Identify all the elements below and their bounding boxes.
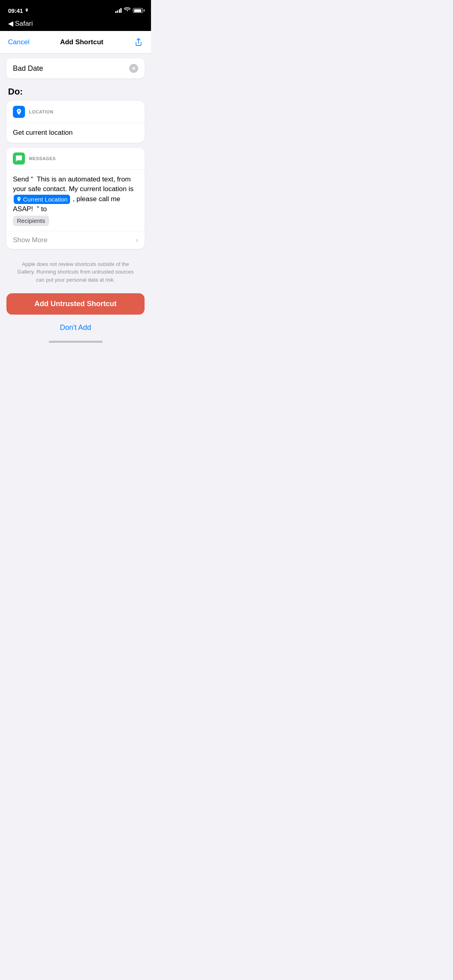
wifi-svg <box>124 7 130 12</box>
safari-back-label[interactable]: Safari <box>15 20 33 28</box>
messages-icon <box>15 155 23 162</box>
status-time: 09:41 <box>8 7 29 14</box>
shortcut-name-value: Bad Date <box>13 64 43 73</box>
location-action-card: LOCATION Get current location <box>6 101 145 143</box>
nav-bar: Cancel Add Shortcut <box>0 31 151 54</box>
location-action-icon <box>13 106 25 118</box>
messages-action-header: MESSAGES <box>6 148 145 170</box>
messages-category-label: MESSAGES <box>29 156 56 161</box>
share-icon <box>134 38 143 47</box>
signal-icon <box>115 8 122 13</box>
battery-fill <box>134 9 141 12</box>
messages-action-icon <box>13 152 25 165</box>
cancel-button[interactable]: Cancel <box>8 38 29 46</box>
location-action-header: LOCATION <box>6 101 145 123</box>
share-button[interactable] <box>134 38 143 47</box>
home-bar <box>49 341 103 343</box>
main-content: Bad Date Do: LOCATION Get current locati… <box>0 58 151 338</box>
safari-back-bar: ◀ Safari <box>0 18 151 31</box>
recipients-chip[interactable]: Recipients <box>13 216 49 226</box>
location-category-label: LOCATION <box>29 109 54 114</box>
warning-text: Apple does not review shortcuts outside … <box>0 254 151 290</box>
dont-add-button[interactable]: Don't Add <box>0 318 151 338</box>
battery-icon <box>133 8 143 13</box>
home-indicator <box>0 338 151 345</box>
show-more-label: Show More <box>13 236 48 244</box>
do-section-label: Do: <box>0 78 151 101</box>
location-action-body: Get current location <box>6 123 145 143</box>
shortcut-name-card: Bad Date <box>6 58 145 78</box>
location-chip-icon <box>16 196 22 202</box>
show-more-chevron-icon: › <box>136 236 138 244</box>
clear-name-button[interactable] <box>129 64 138 73</box>
messages-action-body: Send “ This is an automated text, from y… <box>6 170 145 231</box>
location-status-icon <box>25 8 29 13</box>
navigation-icon <box>15 108 23 115</box>
current-location-chip: Current Location <box>14 195 70 204</box>
messages-action-card: MESSAGES Send “ This is an automated tex… <box>6 148 145 249</box>
show-more-row[interactable]: Show More › <box>6 231 145 249</box>
add-untrusted-button[interactable]: Add Untrusted Shortcut <box>6 293 145 315</box>
status-bar: 09:41 <box>0 0 151 18</box>
status-icons <box>115 8 143 13</box>
time-label: 09:41 <box>8 7 23 14</box>
back-chevron-icon: ◀ <box>8 19 13 28</box>
wifi-icon <box>124 7 130 13</box>
page-title: Add Shortcut <box>60 38 103 46</box>
